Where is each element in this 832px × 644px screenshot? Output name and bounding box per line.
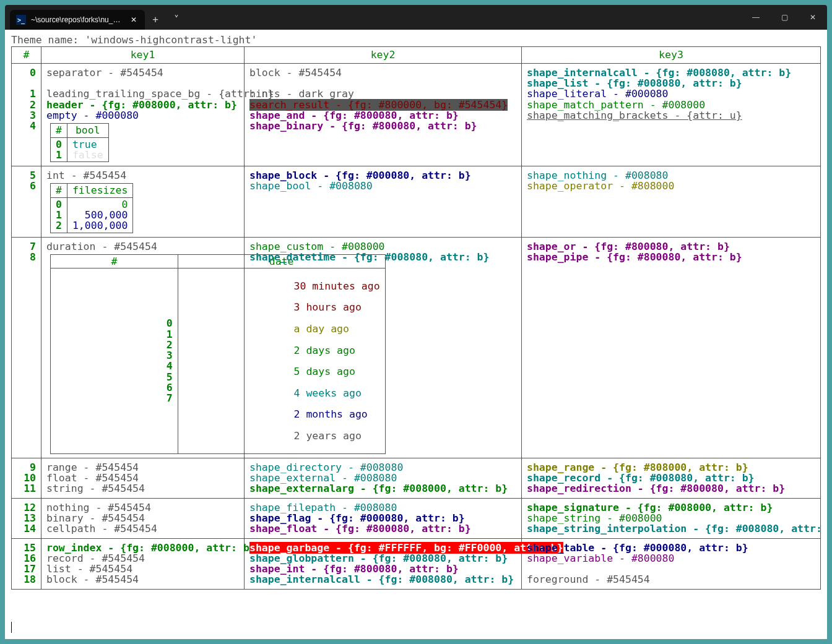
powershell-icon: >_ xyxy=(16,15,26,25)
key1-cell: nothing - #545454 binary - #545454 cellp… xyxy=(41,498,245,538)
key3-cell: shape_internalcall - {fg: #008080, attr:… xyxy=(522,63,821,166)
col-header-idx: # xyxy=(12,47,41,63)
col-header-key3: key3 xyxy=(522,47,821,63)
row-index-cell: 12 13 14 xyxy=(12,498,41,538)
terminal-pane[interactable]: Theme name: 'windows-highcontrast-light'… xyxy=(5,30,827,639)
window-controls: — ▢ ✕ xyxy=(742,5,827,30)
key2-cell: shape_garbage - {fg: #FFFFFF, bg: #FF000… xyxy=(245,538,522,589)
bool-nested-table: #bool 01 truefalse xyxy=(50,123,109,162)
theme-name-line: Theme name: 'windows-highcontrast-light' xyxy=(11,35,821,45)
col-header-key1: key1 xyxy=(41,47,245,63)
row-index-cell: 7 8 xyxy=(12,237,41,458)
key2-cell: shape_filepath - #008080 shape_flag - {f… xyxy=(245,498,522,538)
row-index-cell: 0 1 2 3 4 xyxy=(12,63,41,166)
tab-dropdown-button[interactable]: ˅ xyxy=(166,9,187,30)
filesizes-nested-table: #filesizes 012 0 500,0001,000,000 xyxy=(50,183,133,233)
col-header-key2: key2 xyxy=(245,47,522,63)
key2-cell: shape_block - {fg: #000080, attr: b} sha… xyxy=(245,166,522,238)
key2-cell: shape_directory - #008080 shape_external… xyxy=(245,458,522,498)
minimize-button[interactable]: — xyxy=(742,5,770,30)
key1-cell: duration - #545454 #date 01234567 30 min… xyxy=(41,237,245,458)
row-index-cell: 9 10 11 xyxy=(12,458,41,498)
tab-strip: >_ ~\source\repos\forks\nu_scrip ✕ + ˅ xyxy=(5,5,187,30)
key2-cell: block - #545454 hints - dark_gray search… xyxy=(245,63,522,166)
close-button[interactable]: ✕ xyxy=(799,5,827,30)
key1-cell: row_index - {fg: #008000, attr: b} recor… xyxy=(41,538,245,589)
tab-title: ~\source\repos\forks\nu_scrip xyxy=(31,15,124,24)
key3-cell: shape_or - {fg: #800080, attr: b} shape_… xyxy=(522,237,821,458)
key1-cell: int - #545454 #filesizes 012 0 500,0001,… xyxy=(41,166,245,238)
terminal-cursor xyxy=(11,622,12,633)
new-tab-button[interactable]: + xyxy=(145,9,166,30)
key3-cell: shape_signature - {fg: #008000, attr: b}… xyxy=(522,498,821,538)
titlebar: >_ ~\source\repos\forks\nu_scrip ✕ + ˅ —… xyxy=(5,5,827,30)
theme-preview-table: # key1 key2 key3 0 1 2 3 4 xyxy=(11,46,821,589)
key3-cell: shape_range - {fg: #808000, attr: b} sha… xyxy=(522,458,821,498)
tab-close-icon[interactable]: ✕ xyxy=(129,15,139,25)
tab-active[interactable]: >_ ~\source\repos\forks\nu_scrip ✕ xyxy=(10,10,145,30)
key1-cell: separator - #545454 leading_trailing_spa… xyxy=(41,63,245,166)
key1-cell: range - #545454 float - #545454 string -… xyxy=(41,458,245,498)
key3-cell: shape_nothing - #008080 shape_operator -… xyxy=(522,166,821,238)
maximize-button[interactable]: ▢ xyxy=(770,5,799,30)
app-window: >_ ~\source\repos\forks\nu_scrip ✕ + ˅ —… xyxy=(0,0,832,644)
row-index-cell: 15 16 17 18 xyxy=(12,538,41,589)
key3-cell: shape_table - {fg: #000080, attr: b} sha… xyxy=(522,538,821,589)
row-index-cell: 5 6 xyxy=(12,166,41,238)
